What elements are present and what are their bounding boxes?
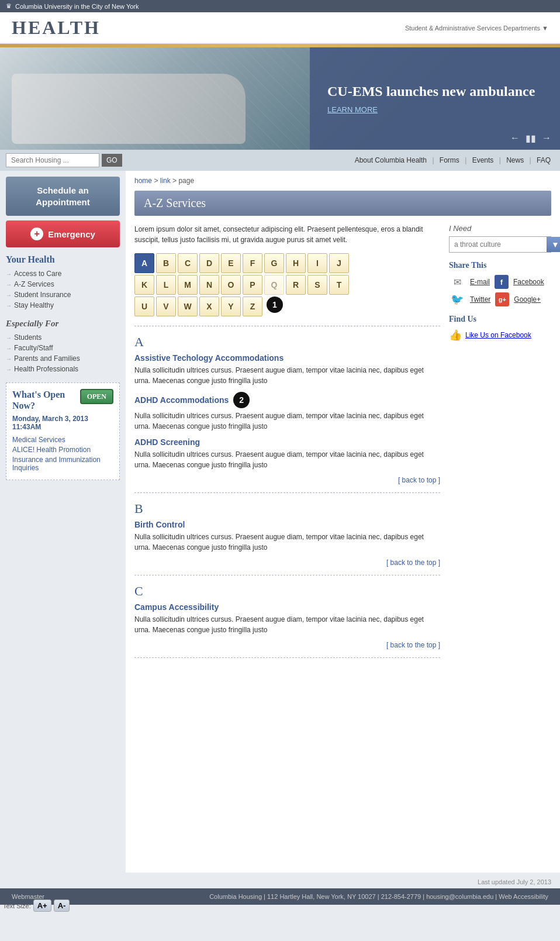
- nav-student-insurance[interactable]: Student Insurance: [6, 291, 120, 299]
- back-to-top-B-link[interactable]: [ back to the top ]: [386, 559, 440, 567]
- nav-faculty-staff[interactable]: Faculty/Staff: [6, 344, 120, 352]
- alpha-btn-J[interactable]: J: [329, 253, 349, 273]
- search-input[interactable]: [6, 153, 99, 167]
- alpha-btn-N[interactable]: N: [199, 275, 219, 295]
- hero-controls: ← ▮▮ →: [510, 133, 551, 144]
- alpha-btn-R[interactable]: R: [286, 275, 306, 295]
- share-facebook-link[interactable]: Facebook: [513, 278, 544, 286]
- hero-prev-btn[interactable]: ←: [510, 133, 520, 144]
- share-twitter-link[interactable]: Twitter: [470, 295, 490, 304]
- i-need-input[interactable]: [450, 237, 547, 251]
- i-need-submit-button[interactable]: ▼: [547, 237, 560, 252]
- search-bar: GO About Columbia Health | Forms | Event…: [0, 150, 560, 171]
- whats-open-date: Monday, March 3, 2013 11:43AM: [12, 415, 113, 431]
- nav-events[interactable]: Events: [472, 156, 494, 164]
- back-to-top-A-link[interactable]: [ back to top ]: [398, 476, 440, 484]
- alpha-btn-W[interactable]: W: [178, 297, 198, 316]
- header: HEALTH Student & Administrative Services…: [0, 12, 560, 44]
- share-title: Share This: [449, 261, 551, 270]
- bubble-2: 2: [233, 392, 250, 408]
- list-item: Faculty/Staff: [6, 343, 120, 353]
- hero-learn-more-link[interactable]: LEARN MORE: [327, 105, 542, 114]
- hero-image: [0, 47, 310, 150]
- alpha-btn-Q[interactable]: Q: [264, 275, 284, 295]
- service-adhd-accommodations[interactable]: ADHD Accommodations 2: [134, 392, 440, 408]
- alpha-btn-P[interactable]: P: [243, 275, 262, 295]
- breadcrumb: home > link > page: [134, 177, 551, 185]
- alpha-btn-Z[interactable]: Z: [243, 297, 262, 316]
- service-assistive-desc: Nulla sollicitudin ultrices cursus. Prae…: [134, 365, 440, 386]
- alpha-btn-X[interactable]: X: [199, 297, 219, 316]
- alpha-btn-I[interactable]: I: [307, 253, 327, 273]
- alpha-btn-S[interactable]: S: [307, 275, 327, 295]
- quick-link-alice[interactable]: ALICE! Health Promotion: [12, 446, 113, 454]
- search-go-button[interactable]: GO: [102, 154, 122, 167]
- your-health-nav: Access to Care A-Z Services Student Insu…: [6, 268, 120, 311]
- breadcrumb-link[interactable]: link: [160, 177, 171, 185]
- nav-about[interactable]: About Columbia Health: [355, 156, 427, 164]
- service-campus-accessibility[interactable]: Campus Accessibility: [134, 602, 440, 612]
- share-email-link[interactable]: E-mail: [470, 278, 490, 286]
- dept-link[interactable]: Student & Administrative Services Depart…: [405, 25, 548, 32]
- alpha-btn-Y[interactable]: Y: [221, 297, 241, 316]
- page-title: A-Z Services: [134, 191, 551, 216]
- hero-banner: CU-EMS launches new ambulance LEARN MORE…: [0, 47, 560, 150]
- main-layout: Schedule an Appointment + Emergency Your…: [0, 171, 560, 873]
- back-to-top-C-link[interactable]: [ back to the top ]: [386, 641, 440, 649]
- alpha-btn-O[interactable]: O: [221, 275, 241, 295]
- ambulance-illustration: [12, 74, 246, 144]
- service-adhd-accommodations-desc: Nulla sollicitudin ultrices cursus. Prae…: [134, 411, 440, 432]
- nav-forms[interactable]: Forms: [440, 156, 459, 164]
- alpha-btn-H[interactable]: H: [286, 253, 306, 273]
- alpha-btn-F[interactable]: F: [243, 253, 262, 273]
- quick-link-insurance[interactable]: Insurance and Immunization Inquiries: [12, 456, 113, 472]
- alpha-btn-U[interactable]: U: [134, 297, 154, 316]
- service-assistive[interactable]: Assistive Techology Accommodations: [134, 353, 440, 363]
- breadcrumb-page: page: [178, 177, 194, 185]
- nav-faq[interactable]: FAQ: [537, 156, 551, 164]
- alpha-btn-B[interactable]: B: [156, 253, 176, 273]
- like-us-link[interactable]: Like Us on Facebook: [465, 331, 531, 339]
- crown-icon: ♛: [6, 2, 12, 10]
- alpha-btn-K[interactable]: K: [134, 275, 154, 295]
- whats-open-box: What's Open Now? OPEN Monday, March 3, 2…: [6, 382, 120, 480]
- alpha-btn-G[interactable]: G: [264, 253, 284, 273]
- alpha-btn-D[interactable]: D: [199, 253, 219, 273]
- nav-stay-healthy[interactable]: Stay Healthy: [6, 301, 120, 309]
- alpha-btn-M[interactable]: M: [178, 275, 198, 295]
- alpha-btn-E[interactable]: E: [221, 253, 241, 273]
- share-googleplus-link[interactable]: Google+: [514, 295, 541, 304]
- nav-access-to-care[interactable]: Access to Care: [6, 270, 120, 278]
- nav-health-professionals[interactable]: Health Professionals: [6, 365, 120, 373]
- section-letter-B: B: [134, 501, 440, 516]
- last-updated: Last updated July 2, 2013: [0, 873, 560, 888]
- service-adhd-screening-desc: Nulla sollicitudin ultrices cursus. Prae…: [134, 449, 440, 470]
- service-birth-control[interactable]: Birth Control: [134, 520, 440, 529]
- especially-for-title: Especially For: [6, 319, 120, 329]
- thumbs-up-icon: 👍: [449, 329, 462, 342]
- i-need-input-wrap: ▼: [449, 236, 551, 253]
- footer-address: Columbia Housing | 112 Hartley Hall, New…: [209, 893, 548, 900]
- service-adhd-screening[interactable]: ADHD Screening: [134, 437, 440, 447]
- top-nav-links: About Columbia Health | Forms | Events |…: [351, 156, 554, 164]
- text-size-increase-button[interactable]: A+: [33, 899, 51, 905]
- service-campus-accessibility-desc: Nulla sollicitudin ultrices cursus. Prae…: [134, 614, 440, 635]
- text-size-decrease-button[interactable]: A-: [54, 899, 70, 905]
- nav-parents-families[interactable]: Parents and Families: [6, 354, 120, 363]
- breadcrumb-home[interactable]: home: [134, 177, 152, 185]
- emergency-button[interactable]: + Emergency: [6, 220, 120, 247]
- alpha-btn-V[interactable]: V: [156, 297, 176, 316]
- alpha-btn-C[interactable]: C: [178, 253, 198, 273]
- whats-open-title-area: What's Open Now? OPEN: [12, 389, 113, 411]
- alpha-btn-L[interactable]: L: [156, 275, 176, 295]
- nav-news[interactable]: News: [506, 156, 524, 164]
- nav-az-services[interactable]: A-Z Services: [6, 280, 120, 288]
- alphabet-nav: A B C D E F G H I J K L M: [134, 253, 440, 316]
- schedule-appointment-button[interactable]: Schedule an Appointment: [6, 177, 120, 216]
- hero-pause-btn[interactable]: ▮▮: [526, 133, 536, 144]
- alpha-btn-A[interactable]: A: [134, 253, 154, 273]
- alpha-btn-T[interactable]: T: [329, 275, 349, 295]
- hero-next-btn[interactable]: →: [542, 133, 551, 144]
- nav-students[interactable]: Students: [6, 333, 120, 342]
- quick-link-medical[interactable]: Medical Services: [12, 436, 113, 444]
